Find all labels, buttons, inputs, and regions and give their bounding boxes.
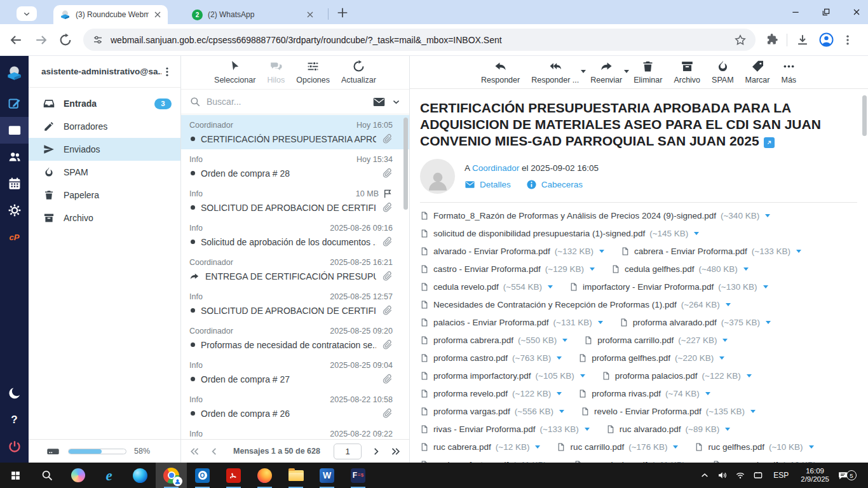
attachment[interactable]: ruc carrillo.pdf (~176 KB) xyxy=(557,441,678,453)
attachment-menu-caret-icon[interactable] xyxy=(763,285,768,288)
acrobat-button[interactable] xyxy=(218,463,249,488)
file-explorer-button[interactable] xyxy=(280,463,311,488)
search-options-chevron-icon[interactable] xyxy=(391,97,401,107)
attachment[interactable]: proforma castro.pdf (~763 KB) xyxy=(420,352,562,364)
window-minimize-button[interactable] xyxy=(790,7,801,17)
attachment-menu-caret-icon[interactable] xyxy=(562,339,567,342)
folder-item[interactable]: Enviados xyxy=(29,138,180,161)
start-button[interactable] xyxy=(0,463,31,488)
recipient-name-link[interactable]: Coordinador xyxy=(472,163,519,173)
window-restore-button[interactable] xyxy=(821,7,831,17)
attachment-menu-caret-icon[interactable] xyxy=(766,321,771,324)
compose-button[interactable] xyxy=(0,90,29,117)
volume-button[interactable] xyxy=(714,463,731,488)
attachment[interactable]: Formato_8_Razón de Proformas y Análisis … xyxy=(420,210,770,222)
outlook-button[interactable]: O xyxy=(187,463,218,488)
attachment[interactable]: proforma vargas.pdf (~556 KB) xyxy=(420,405,564,417)
search-scope-envelope-icon[interactable] xyxy=(372,95,386,109)
help-button[interactable]: ? xyxy=(0,407,29,433)
message-row[interactable]: Coordinador 2025-08-25 09:20 Proformas d… xyxy=(181,321,409,355)
previous-page-button[interactable] xyxy=(209,446,220,457)
clock[interactable]: 16:09 2/9/2025 xyxy=(795,467,835,484)
rail-item-mail[interactable] xyxy=(0,117,29,144)
attachment-menu-caret-icon[interactable] xyxy=(796,250,801,253)
reader-toolbar-button[interactable]: Eliminar xyxy=(634,60,662,88)
attachment-menu-caret-icon[interactable] xyxy=(747,374,752,377)
attachment[interactable]: alvarado - Enviar Proforma.pdf (~132 KB) xyxy=(420,245,604,257)
rail-item-cpanel[interactable]: cP xyxy=(0,224,29,250)
attachment[interactable]: proforma palacios.pdf (~122 KB) xyxy=(602,370,752,382)
attachment[interactable]: proforma imporfactory.pdf (~105 KB) xyxy=(420,370,585,382)
logout-button[interactable] xyxy=(0,433,29,460)
attachment-menu-caret-icon[interactable] xyxy=(809,445,814,449)
reader-scrollbar[interactable] xyxy=(862,95,867,136)
folder-item[interactable]: Borradores xyxy=(29,115,180,138)
dropdown-caret-icon[interactable] xyxy=(581,70,586,73)
attachment-menu-caret-icon[interactable] xyxy=(559,410,564,413)
attachment-menu-caret-icon[interactable] xyxy=(557,356,562,360)
word-button[interactable]: W xyxy=(311,463,342,488)
browser-menu-icon[interactable] xyxy=(841,34,854,46)
attachment[interactable]: Necesidades de Contratación y Recepción … xyxy=(420,299,731,311)
rail-item-contacts[interactable] xyxy=(0,144,29,170)
attachment-menu-caret-icon[interactable] xyxy=(750,410,756,413)
attachment[interactable]: castro - Enviar Proforma.pdf (~129 KB) xyxy=(420,263,595,275)
attachment-menu-caret-icon[interactable] xyxy=(765,214,770,217)
attachment[interactable]: proforma carrillo.pdf (~227 KB) xyxy=(584,334,728,346)
attachment[interactable]: palacios - Enviar Proforma.pdf (~131 KB) xyxy=(420,316,603,329)
back-button[interactable] xyxy=(9,33,23,47)
attachment-menu-caret-icon[interactable] xyxy=(590,268,595,271)
list-toolbar-button[interactable]: Actualizar xyxy=(341,60,376,89)
message-row[interactable]: Info 2025-08-25 12:57 SOLICITUD DE APROB… xyxy=(181,287,409,321)
tab-close-icon[interactable] xyxy=(305,10,315,20)
attachment-menu-caret-icon[interactable] xyxy=(705,392,710,395)
account-menu-icon[interactable] xyxy=(161,66,173,78)
attachment-menu-caret-icon[interactable] xyxy=(557,392,562,395)
rail-item-settings[interactable] xyxy=(0,197,29,224)
browser-tab-whatsapp[interactable]: 2 (2) WhatsApp xyxy=(186,5,320,24)
message-row[interactable]: Coordinador Hoy 16:05 CERTIFICACIÓN PRES… xyxy=(181,115,409,149)
address-bar[interactable]: webmail.sanjuan.gob.ec/cpsess6698887760/… xyxy=(83,29,756,51)
rail-item-calendar[interactable] xyxy=(0,170,29,197)
profile-avatar-icon[interactable] xyxy=(818,32,834,48)
attachment-menu-caret-icon[interactable] xyxy=(580,374,585,377)
attachment-menu-caret-icon[interactable] xyxy=(726,303,731,306)
connect-button[interactable] xyxy=(749,463,767,488)
chrome-button[interactable] xyxy=(156,463,187,488)
attachment[interactable]: proforma alvarado.pdf (~375 KB) xyxy=(620,316,771,329)
attachment-menu-caret-icon[interactable] xyxy=(673,445,678,449)
message-row[interactable]: Info 2025-08-26 09:16 Solicitud de aprob… xyxy=(181,218,409,252)
attachment-menu-caret-icon[interactable] xyxy=(725,428,730,431)
reader-toolbar-button[interactable]: Más xyxy=(781,60,796,88)
folder-item[interactable]: Papelera xyxy=(29,184,180,207)
reload-button[interactable] xyxy=(58,33,72,47)
attachment[interactable]: ruc gelfhes.pdf (~10 KB) xyxy=(695,441,813,453)
headers-link[interactable]: Cabeceras xyxy=(541,180,583,189)
tab-list-chevron-icon[interactable] xyxy=(17,6,37,21)
attachment[interactable]: rivas - Enviar Proforma.pdf (~133 KB) xyxy=(420,423,590,435)
message-row[interactable]: Info 2025-08-22 09:22 xyxy=(181,424,409,439)
attachment[interactable]: ruc alvarado.pdf (~89 KB) xyxy=(606,423,730,435)
attachment[interactable]: cabrera - Enviar Proforma.pdf (~133 KB) xyxy=(621,245,801,257)
folder-item[interactable]: Archivo xyxy=(29,207,180,229)
message-row[interactable]: Coordinador 2025-08-25 16:21 ENTREGA DE … xyxy=(181,252,409,287)
reader-toolbar-button[interactable]: Reenviar xyxy=(590,60,622,88)
message-row[interactable]: Info 10 MB SOLICITUD DE APROBACION DE CE… xyxy=(181,184,409,218)
internet-explorer-button[interactable]: e xyxy=(93,463,125,488)
attachment[interactable]: imporfactory - Enviar Proforma.pdf (~130… xyxy=(569,281,768,293)
downloads-icon[interactable] xyxy=(796,33,810,47)
attachment-menu-caret-icon[interactable] xyxy=(585,428,590,431)
reader-toolbar-button[interactable]: Responder xyxy=(481,60,520,88)
attachment-menu-caret-icon[interactable] xyxy=(694,232,699,235)
extensions-icon[interactable] xyxy=(765,33,778,46)
page-number-input[interactable] xyxy=(334,444,362,459)
language-indicator[interactable]: ESP xyxy=(767,471,795,480)
taskbar-search-button[interactable] xyxy=(31,463,62,488)
new-tab-button[interactable] xyxy=(336,6,349,20)
open-in-new-window-icon[interactable] xyxy=(764,137,775,148)
message-row[interactable]: Info Hoy 15:34 Orden de compra # 28 xyxy=(181,149,409,184)
first-page-button[interactable] xyxy=(189,446,200,457)
tray-expand-button[interactable] xyxy=(696,463,714,488)
copilot-button[interactable] xyxy=(62,463,93,488)
list-toolbar-button[interactable]: Hilos xyxy=(267,60,285,89)
